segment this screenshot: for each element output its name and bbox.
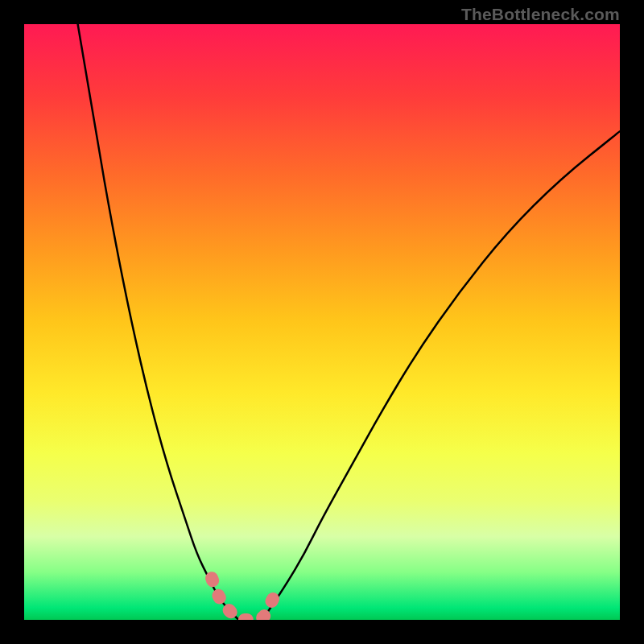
- chart-frame: TheBottleneck.com: [0, 0, 644, 644]
- series-group: [78, 24, 620, 620]
- highlight-path: [212, 578, 275, 620]
- watermark-text: TheBottleneck.com: [461, 5, 620, 24]
- plot-area: [24, 24, 620, 620]
- right-curve-path: [262, 131, 620, 620]
- left-curve-path: [78, 24, 239, 620]
- curves-svg: [24, 24, 620, 620]
